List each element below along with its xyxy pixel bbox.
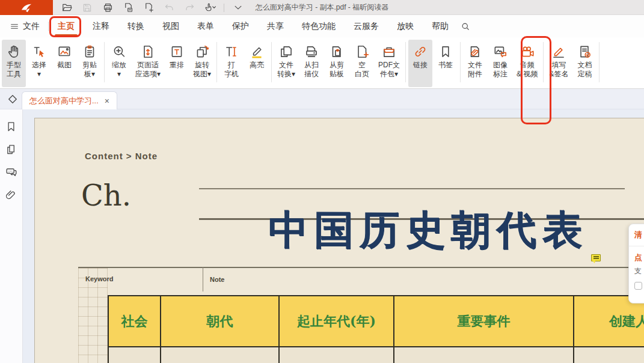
sticky-note-annotation-icon[interactable] [591, 254, 601, 261]
bookmarks-panel-icon[interactable] [4, 119, 19, 133]
document-tab-title: 怎么面对高中学习... [29, 96, 99, 106]
table-header-cell: 重要事件 [393, 296, 573, 346]
highlight-icon [249, 43, 265, 61]
clipboard-label: 剪贴 板▾ [82, 61, 97, 79]
ribbon-group-links: 链接 书签 [408, 40, 458, 87]
popup-clear-link[interactable]: 清 [634, 230, 644, 240]
from-scanner-label: 从扫 描仪 [304, 61, 319, 79]
menu-tab-home[interactable]: 主页 [49, 15, 84, 37]
select-tool-label: 选择 ▾ [32, 61, 46, 79]
open-folder-icon[interactable] [60, 1, 73, 14]
attachments-panel-icon[interactable] [4, 188, 19, 202]
file-attachment-button[interactable]: 文件 附件 [463, 40, 487, 87]
fit-page-icon [140, 43, 156, 61]
reflow-icon [169, 43, 185, 61]
fill-sign-button[interactable]: 填写 &签名 [546, 40, 571, 87]
menu-tab-form[interactable]: 表单 [188, 15, 223, 37]
app-logo[interactable] [0, 0, 53, 15]
select-icon [31, 43, 47, 61]
menu-tab-view[interactable]: 视图 [153, 15, 188, 37]
eraser-icon[interactable] [6, 93, 19, 106]
finalize-doc-icon [577, 43, 592, 61]
document-tab-bar: 怎么面对高中学习... × [0, 89, 644, 109]
hand-tool-button[interactable]: 手型 工具 [2, 40, 26, 87]
typewriter-icon [224, 43, 239, 61]
menu-tab-protect[interactable]: 保护 [223, 15, 258, 37]
from-clipboard-button[interactable]: 从剪 贴板 [325, 40, 349, 87]
pdf-portfolio-button[interactable]: PDF文 件包▾ [375, 40, 403, 87]
bookmark-button[interactable]: 书签 [434, 40, 458, 87]
ribbon-group-view: 缩放 ▾ 页面适 应选项▾ 重排 旋转 视图▾ [106, 40, 215, 87]
table-header-cell: 创建人 [573, 296, 644, 346]
rotate-view-button[interactable]: 旋转 视图▾ [190, 40, 214, 87]
popup-subtext: 支 [634, 266, 644, 276]
pdf-portfolio-label: PDF文 件包▾ [378, 61, 400, 79]
table-row [108, 347, 644, 363]
ribbon-divider [271, 42, 272, 82]
fit-page-label: 页面适 应选项▾ [135, 61, 161, 79]
convert-files-button[interactable]: 文件 转换▾ [274, 40, 298, 87]
from-scanner-button[interactable]: 从扫 描仪 [299, 40, 324, 87]
ruled-line [199, 188, 625, 189]
hand-icon [6, 43, 22, 61]
select-tool-button[interactable]: 选择 ▾ [27, 40, 51, 87]
ribbon-divider [216, 42, 217, 82]
highlight-button[interactable]: 高亮 [245, 40, 269, 87]
blank-page-label: 空 白页 [355, 61, 369, 79]
table-header-cell: 朝代 [160, 296, 278, 346]
comments-panel-icon[interactable] [4, 165, 19, 179]
column-divider [203, 267, 203, 291]
new-page-icon[interactable] [142, 1, 155, 14]
reflow-label: 重排 [170, 61, 184, 70]
fill-sign-icon [551, 43, 566, 61]
note-label: Note [210, 276, 224, 283]
reflow-button[interactable]: 重排 [165, 40, 189, 87]
customize-toolbar-icon[interactable] [232, 1, 245, 14]
table-header-cell: 起止年代(年) [278, 296, 393, 346]
undo-icon[interactable] [162, 1, 176, 14]
finalize-doc-button[interactable]: 文档 定稿 [572, 40, 596, 87]
file-menu-button[interactable]: 文件 [0, 21, 48, 32]
pdf-portfolio-icon [381, 43, 397, 61]
convert-icon [278, 43, 294, 61]
print-icon[interactable] [101, 1, 114, 14]
highlight-label: 高亮 [250, 61, 264, 70]
document-tab[interactable]: 怎么面对高中学习... × [22, 91, 117, 109]
menu-tab-present[interactable]: 放映 [388, 15, 423, 37]
typewriter-button[interactable]: 打 字机 [219, 40, 244, 87]
export-page-icon[interactable] [121, 1, 135, 14]
audio-video-button[interactable]: 音频 & 视频 [514, 40, 541, 87]
search-icon[interactable] [460, 21, 471, 32]
menu-tab-help[interactable]: 帮助 [423, 15, 458, 37]
menu-tab-comment[interactable]: 注释 [84, 15, 118, 37]
ribbon-divider [543, 42, 544, 82]
redo-icon[interactable] [183, 1, 196, 14]
save-icon[interactable] [81, 1, 94, 14]
zoom-button[interactable]: 缩放 ▾ [107, 40, 131, 87]
audio-video-icon [520, 43, 535, 61]
blank-page-icon [354, 43, 370, 61]
pages-panel-icon[interactable] [4, 142, 19, 156]
close-tab-icon[interactable]: × [105, 97, 109, 105]
blank-page-button[interactable]: 空 白页 [350, 40, 374, 87]
popup-checkbox[interactable] [634, 282, 642, 290]
ruled-line [78, 267, 644, 268]
from-clipboard-icon [329, 43, 345, 61]
ribbon-divider [405, 42, 406, 82]
link-label: 链接 [413, 61, 428, 70]
menu-tab-features[interactable]: 特色功能 [293, 15, 345, 37]
clipboard-icon [82, 43, 97, 61]
clipboard-button[interactable]: 剪贴 板▾ [78, 40, 102, 87]
foxit-logo-icon [20, 2, 33, 13]
image-annotation-icon [492, 43, 508, 61]
popup-option-link[interactable]: 点 [634, 252, 644, 263]
fit-page-button[interactable]: 页面适 应选项▾ [132, 40, 164, 87]
hand-pointer-icon[interactable] [203, 1, 216, 14]
snapshot-button[interactable]: 截图 [52, 40, 76, 87]
image-annotation-button[interactable]: 图像 标注 [488, 40, 512, 87]
ribbon-group-insert: 文件 附件 图像 标注 音频 & 视频 [462, 40, 541, 87]
menu-tab-cloud[interactable]: 云服务 [345, 15, 388, 37]
menu-tab-convert[interactable]: 转换 [118, 15, 153, 37]
menu-tab-share[interactable]: 共享 [258, 15, 293, 37]
link-button[interactable]: 链接 [408, 40, 432, 87]
